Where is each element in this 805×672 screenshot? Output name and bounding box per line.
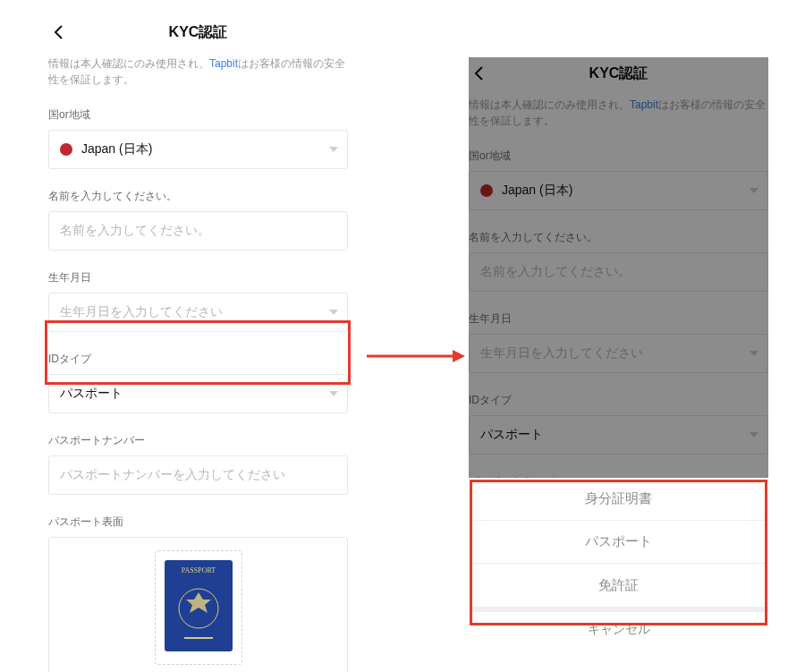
topbar: KYC認証 xyxy=(48,16,348,48)
chevron-down-icon xyxy=(329,310,338,315)
idtype-select[interactable]: パスポート xyxy=(48,374,348,413)
passport-number-input[interactable]: パスポートナンバーを入力してください xyxy=(48,455,348,495)
svg-rect-3 xyxy=(184,637,213,639)
kyc-screen-right: KYC認証 情報は本人確認にのみ使用され、Tapbitはお客様の情報の安全性を保… xyxy=(469,57,768,648)
sheet-option-passport[interactable]: パスポート xyxy=(469,521,768,564)
idtype-action-sheet: 身分証明書 パスポート 免許証 キャンセル xyxy=(469,478,768,648)
sheet-option-license[interactable]: 免許証 xyxy=(469,564,768,607)
dob-select[interactable]: 生年月日を入力してください xyxy=(48,293,348,332)
brand-link[interactable]: Tapbit xyxy=(209,57,238,70)
sheet-cancel[interactable]: キャンセル xyxy=(469,607,768,648)
kyc-screen-left: KYC認証 情報は本人確認にのみ使用され、Tapbitはお客様の情報の安全性を保… xyxy=(48,16,348,672)
svg-marker-5 xyxy=(453,350,465,362)
passport-front-upload[interactable]: PASSPORT クリックしてアップロード xyxy=(48,537,348,672)
chevron-down-icon xyxy=(329,391,338,396)
passport-thumbnail: PASSPORT xyxy=(155,550,242,665)
back-button[interactable] xyxy=(48,21,70,43)
label-country: 国or地域 xyxy=(48,107,348,123)
chevron-down-icon xyxy=(329,147,338,152)
name-input[interactable]: 名前を入力してください。 xyxy=(48,211,348,251)
flag-icon xyxy=(60,143,72,156)
label-dob: 生年月日 xyxy=(48,270,348,285)
country-select[interactable]: Japan (日本) xyxy=(48,130,348,169)
country-value: Japan (日本) xyxy=(81,141,152,157)
annotation-arrow xyxy=(367,347,465,365)
label-passport-num: パスポートナンバー xyxy=(48,433,348,448)
info-text: 情報は本人確認にのみ使用され、Tapbitはお客様の情報の安全性を保証します。 xyxy=(48,55,348,88)
label-name: 名前を入力してください。 xyxy=(48,189,348,204)
label-idtype: IDタイプ xyxy=(48,352,348,367)
label-passport-front: パスポート表面 xyxy=(48,515,348,530)
page-title: KYC認証 xyxy=(169,23,228,42)
svg-text:PASSPORT: PASSPORT xyxy=(181,566,215,574)
passport-icon: PASSPORT xyxy=(165,560,233,651)
chevron-left-icon xyxy=(53,24,65,40)
sheet-option-idcard[interactable]: 身分証明書 xyxy=(469,478,768,521)
